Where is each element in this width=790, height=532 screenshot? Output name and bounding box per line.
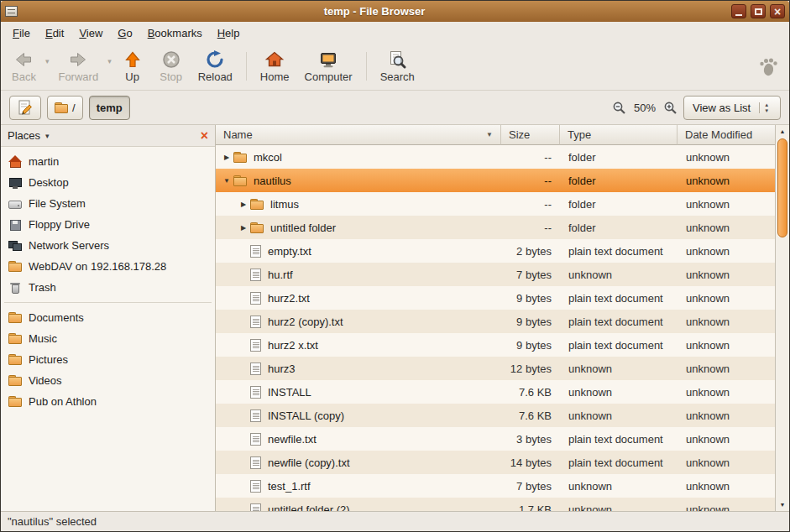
- path-root-label: /: [72, 102, 76, 114]
- scroll-down-button[interactable]: ▼: [776, 498, 789, 511]
- maximize-button[interactable]: [751, 4, 766, 18]
- column-header-type[interactable]: Type: [560, 125, 678, 145]
- table-row[interactable]: newfile (copy).txt 14 bytes plain text d…: [216, 451, 775, 474]
- column-header-size[interactable]: Size: [501, 125, 560, 145]
- back-history-dropdown[interactable]: ▾: [44, 57, 51, 65]
- up-button[interactable]: Up: [113, 47, 152, 86]
- app-icon: [5, 6, 18, 17]
- sidebar-close-button[interactable]: ×: [201, 129, 208, 143]
- column-label: Type: [568, 128, 591, 141]
- table-row[interactable]: INSTALL (copy) 7.6 KB unknown unknown: [216, 404, 775, 427]
- name-cell: hu.rtf: [216, 269, 501, 281]
- expander-collapsed-icon[interactable]: ▶: [237, 201, 250, 208]
- table-row[interactable]: hurz2 (copy).txt 9 bytes plain text docu…: [216, 310, 775, 333]
- scrollbar-thumb[interactable]: [777, 138, 787, 237]
- sidebar-item-file-system[interactable]: File System: [1, 193, 215, 214]
- column-label: Name: [223, 128, 253, 141]
- expander-collapsed-icon[interactable]: ▶: [220, 154, 233, 161]
- file-icon: [250, 409, 261, 422]
- menu-bookmarks[interactable]: Bookmarks: [141, 24, 209, 42]
- scrollbar-trough[interactable]: [776, 238, 789, 498]
- file-icon: [250, 386, 261, 399]
- column-header-date-modified[interactable]: Date Modified: [678, 125, 775, 145]
- forward-button[interactable]: Forward: [50, 47, 106, 86]
- file-name: mkcol: [254, 151, 282, 164]
- sidebar-item-webdav[interactable]: WebDAV on 192.168.178.28: [1, 256, 215, 277]
- file-list: Name▼ Size Type Date Modified ▶mkcol -- …: [216, 125, 775, 511]
- close-button[interactable]: ×: [770, 4, 785, 18]
- table-row[interactable]: untitled folder (2) 1.7 KB unknown unkno…: [216, 498, 775, 511]
- column-header-name[interactable]: Name▼: [216, 125, 501, 145]
- sidebar-item-videos[interactable]: Videos: [1, 370, 215, 391]
- path-button-root[interactable]: /: [47, 96, 83, 120]
- menu-go[interactable]: Go: [111, 24, 139, 42]
- name-cell: hurz3: [216, 362, 501, 375]
- name-cell: ▶untitled folder: [216, 222, 501, 234]
- table-row[interactable]: hu.rtf 7 bytes unknown unknown: [216, 263, 775, 286]
- toggle-location-entry-button[interactable]: [9, 96, 41, 120]
- home-button[interactable]: Home: [253, 47, 297, 86]
- sidebar-item-documents[interactable]: Documents: [1, 307, 215, 328]
- date-cell: unknown: [678, 456, 775, 469]
- menu-edit[interactable]: Edit: [39, 24, 71, 42]
- sidebar-item-floppy-drive[interactable]: Floppy Drive: [1, 214, 215, 235]
- forward-history-dropdown[interactable]: ▾: [106, 57, 113, 65]
- sidebar-item-trash[interactable]: Trash: [1, 277, 215, 298]
- scroll-up-button[interactable]: ▲: [776, 125, 789, 138]
- search-button[interactable]: Search: [373, 47, 422, 86]
- sidebar-item-desktop[interactable]: Desktop: [1, 172, 215, 193]
- path-current-label: temp: [97, 102, 123, 114]
- table-row[interactable]: hurz3 12 bytes unknown unknown: [216, 357, 775, 380]
- vertical-scrollbar[interactable]: ▲ ▼: [775, 125, 789, 511]
- back-button[interactable]: Back: [4, 47, 44, 86]
- table-row[interactable]: hurz2.txt 9 bytes plain text document un…: [216, 286, 775, 310]
- menu-help[interactable]: Help: [211, 24, 247, 42]
- zoom-out-button[interactable]: [612, 101, 626, 115]
- table-row[interactable]: test_1.rtf 7 bytes unknown unknown: [216, 474, 775, 498]
- search-icon: [387, 50, 407, 70]
- reload-button[interactable]: Reload: [191, 47, 240, 86]
- file-icon: [250, 292, 261, 305]
- date-cell: unknown: [678, 198, 775, 211]
- sort-descending-icon: ▼: [486, 131, 493, 138]
- table-row[interactable]: hurz2 x.txt 9 bytes plain text document …: [216, 333, 775, 357]
- path-button-current[interactable]: temp: [89, 96, 130, 120]
- sidebar-item-pub-on-athlon[interactable]: Pub on Athlon: [1, 391, 215, 412]
- type-cell: plain text document: [560, 245, 678, 258]
- sidebar-pane-select[interactable]: Places ▾: [8, 129, 50, 142]
- menu-view[interactable]: View: [72, 24, 109, 42]
- computer-icon: [318, 50, 338, 70]
- zoom-in-button[interactable]: [663, 101, 678, 115]
- computer-button[interactable]: Computer: [297, 47, 360, 86]
- file-name: litmus: [270, 198, 299, 211]
- table-row[interactable]: ▶untitled folder -- folder unknown: [216, 216, 775, 239]
- desktop-icon: [8, 176, 22, 190]
- file-icon: [250, 269, 261, 281]
- file-name: INSTALL (copy): [268, 409, 344, 422]
- type-cell: unknown: [560, 480, 678, 493]
- sidebar-item-network-servers[interactable]: Network Servers: [1, 235, 215, 256]
- stop-button[interactable]: Stop: [152, 47, 191, 86]
- expander-collapsed-icon[interactable]: ▶: [237, 224, 250, 232]
- table-row[interactable]: newfile.txt 3 bytes plain text document …: [216, 427, 775, 451]
- table-row-selected[interactable]: ▼nautilus -- folder unknown: [216, 169, 775, 192]
- window-title: temp - File Browser: [22, 5, 727, 18]
- table-row[interactable]: INSTALL 7.6 KB unknown unknown: [216, 380, 775, 404]
- minimize-button[interactable]: [731, 4, 746, 18]
- menu-file[interactable]: File: [6, 24, 37, 42]
- type-cell: folder: [560, 151, 678, 164]
- table-row[interactable]: ▶litmus -- folder unknown: [216, 192, 775, 216]
- sidebar-item-pictures[interactable]: Pictures: [1, 349, 215, 370]
- file-name: hurz2 (copy).txt: [268, 316, 343, 328]
- file-icon: [250, 456, 261, 469]
- sidebar-item-music[interactable]: Music: [1, 328, 215, 349]
- sidebar-item-martin[interactable]: martin: [1, 151, 215, 172]
- size-cell: --: [501, 151, 560, 164]
- size-cell: 9 bytes: [501, 339, 560, 352]
- file-name: newfile (copy).txt: [268, 456, 350, 469]
- table-row[interactable]: empty.txt 2 bytes plain text document un…: [216, 239, 775, 263]
- table-row[interactable]: ▶mkcol -- folder unknown: [216, 145, 775, 169]
- type-cell: plain text document: [560, 433, 678, 446]
- expander-expanded-icon[interactable]: ▼: [220, 177, 233, 185]
- view-mode-select[interactable]: View as List ▲▼: [683, 96, 781, 120]
